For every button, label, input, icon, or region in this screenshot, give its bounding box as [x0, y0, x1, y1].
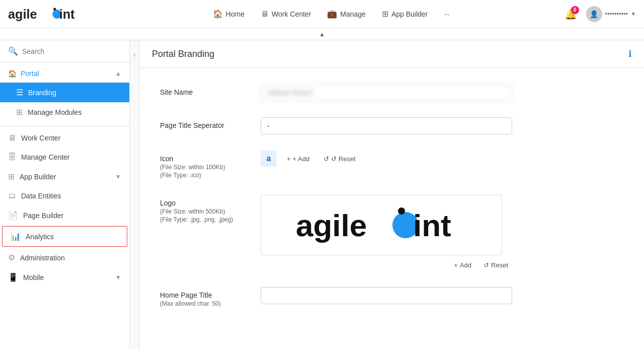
- reset-icon: ↺: [324, 155, 329, 163]
- logo-label: Logo (File Size: within 500Kb) (File Typ…: [160, 195, 261, 223]
- sidebar-item-data-entities[interactable]: 🗂 Data Entities: [0, 186, 129, 205]
- user-name: ••••••••••: [605, 10, 628, 18]
- user-avatar[interactable]: 👤 •••••••••• ▼: [586, 6, 636, 22]
- nav-manage-label: Manage: [340, 10, 366, 18]
- app-logo[interactable]: agile int: [8, 5, 80, 23]
- form-row-logo: Logo (File Size: within 500Kb) (File Typ…: [160, 195, 624, 271]
- nav-home-label: Home: [226, 10, 245, 18]
- svg-text:agile: agile: [296, 208, 367, 243]
- app-builder-sidebar-icon: ⊞: [8, 172, 15, 181]
- svg-text:int: int: [413, 208, 451, 243]
- nav-app-builder[interactable]: ⊞ App Builder: [375, 5, 435, 23]
- icon-label: Icon (File Size: within 100Kb) (File Typ…: [160, 151, 261, 179]
- nav-manage[interactable]: 💼 Manage: [320, 5, 373, 23]
- branding-icon: ☰: [16, 88, 23, 97]
- work-center-label: Work Center: [21, 134, 60, 142]
- administration-icon: ⚙: [8, 253, 15, 262]
- logo-add-button[interactable]: + Add: [450, 259, 475, 271]
- avatar-circle: 👤: [586, 6, 602, 22]
- sidebar: 🔍 🏠 Portal ▲ ☰ Branding ⊞ Manage Modules…: [0, 40, 130, 349]
- nav-work-center-label: Work Center: [272, 10, 311, 18]
- administration-label: Administration: [20, 254, 65, 262]
- form-row-icon: Icon (File Size: within 100Kb) (File Typ…: [160, 151, 624, 179]
- sidebar-item-work-center[interactable]: 🖥 Work Center: [0, 128, 129, 148]
- analytics-label: Analytics: [26, 233, 54, 241]
- sidebar-item-branding[interactable]: ☰ Branding: [0, 83, 129, 102]
- collapse-chevron-icon: ▲: [319, 31, 325, 38]
- app-builder-chevron-icon: ▼: [115, 173, 121, 180]
- sidebar-item-mobile[interactable]: 📱 Mobile ▼: [0, 267, 129, 287]
- work-center-icon: 🖥: [8, 133, 16, 143]
- sidebar-divider-1: [0, 126, 129, 126]
- sidebar-portal-header[interactable]: 🏠 Portal ▲: [0, 64, 129, 83]
- icon-preview: a: [261, 151, 277, 167]
- user-chevron-icon: ▼: [631, 11, 636, 17]
- portal-icon: 🏠: [8, 69, 17, 78]
- plus-icon: +: [287, 155, 291, 163]
- nav-more[interactable]: ···: [437, 6, 457, 22]
- app-builder-label: App Builder: [20, 173, 56, 181]
- home-page-title-input[interactable]: [261, 287, 512, 304]
- portal-chevron-icon: ▲: [115, 70, 121, 77]
- logo-image: agile int: [296, 205, 467, 245]
- data-entities-label: Data Entities: [21, 192, 61, 200]
- sidebar-search-container: 🔍: [0, 40, 129, 62]
- notification-badge: 0: [571, 6, 579, 14]
- site-name-control: [261, 84, 512, 101]
- mobile-chevron-icon: ▼: [115, 274, 121, 281]
- page-title-sep-input[interactable]: [261, 117, 512, 134]
- nav-app-builder-label: App Builder: [391, 10, 428, 18]
- data-entities-icon: 🗂: [8, 191, 16, 200]
- logo-control: agile int + Add ↺: [261, 195, 512, 271]
- content-body: Site Name Page Title Seperator Icon: [140, 68, 644, 349]
- sidebar-item-analytics[interactable]: 📊 Analytics: [2, 226, 127, 247]
- icon-row: a + + Add ↺ ↺ Reset: [261, 151, 512, 167]
- svg-point-7: [398, 207, 405, 215]
- icon-reset-button[interactable]: ↺ ↺ Reset: [319, 153, 360, 165]
- search-input[interactable]: [22, 47, 121, 55]
- sidebar-item-page-builder[interactable]: 📄 Page Builder: [0, 205, 129, 225]
- branding-label: Branding: [28, 89, 56, 97]
- nav-more-label: ···: [444, 10, 450, 18]
- sidebar-item-manage-center[interactable]: 🗄 Manage Center: [0, 148, 129, 167]
- form-row-home-page-title: Home Page Title (Max allowed char. 50): [160, 287, 624, 307]
- page-title: Portal Branding: [152, 49, 214, 59]
- logo-actions: + Add ↺ Reset: [261, 259, 512, 271]
- page-builder-icon: 📄: [8, 211, 18, 220]
- mobile-icon: 📱: [8, 272, 18, 282]
- sidebar-collapse-handle[interactable]: ‹: [130, 40, 140, 349]
- nav-home[interactable]: 🏠 Home: [206, 5, 252, 23]
- sidebar-item-app-builder[interactable]: ⊞ App Builder ▼: [0, 167, 129, 186]
- manage-center-label: Manage Center: [21, 153, 70, 161]
- manage-modules-label: Manage Modules: [28, 108, 82, 116]
- info-icon[interactable]: ℹ: [628, 48, 632, 59]
- sidebar-item-administration[interactable]: ⚙ Administration: [0, 248, 129, 267]
- top-nav: agile int 🏠 Home 🖥 Work Center 💼 Manage …: [0, 0, 644, 28]
- logo-reset-button[interactable]: ↺ Reset: [479, 259, 512, 271]
- page-builder-label: Page Builder: [23, 212, 63, 220]
- manage-center-icon: 🗄: [8, 153, 16, 162]
- nav-items: 🏠 Home 🖥 Work Center 💼 Manage ⊞ App Buil…: [101, 5, 562, 23]
- icon-add-button[interactable]: + + Add: [283, 153, 313, 165]
- portal-label: Portal: [21, 69, 115, 78]
- svg-point-3: [53, 8, 56, 10]
- briefcase-icon: 💼: [327, 9, 337, 19]
- content-area: Portal Branding ℹ Site Name Page Title S…: [140, 40, 644, 349]
- nav-work-center[interactable]: 🖥 Work Center: [254, 6, 318, 23]
- icon-control: a + + Add ↺ ↺ Reset: [261, 151, 512, 167]
- sidebar-item-manage-modules[interactable]: ⊞ Manage Modules: [0, 102, 129, 122]
- page-title-sep-control: [261, 117, 512, 134]
- logo-preview: agile int: [261, 195, 502, 255]
- form-row-page-title-sep: Page Title Seperator: [160, 117, 624, 134]
- notification-button[interactable]: 🔔 0: [562, 5, 580, 23]
- logo-plus-icon: +: [454, 261, 458, 269]
- page-title-sep-label: Page Title Seperator: [160, 117, 261, 129]
- monitor-icon: 🖥: [261, 10, 269, 19]
- collapse-left-icon: ‹: [133, 50, 136, 58]
- user-icon: 👤: [590, 10, 598, 18]
- analytics-icon: 📊: [11, 232, 21, 241]
- collapse-bar[interactable]: ▲: [0, 28, 644, 40]
- manage-modules-icon: ⊞: [16, 107, 23, 117]
- form-row-site-name: Site Name: [160, 84, 624, 101]
- site-name-input[interactable]: [261, 84, 512, 101]
